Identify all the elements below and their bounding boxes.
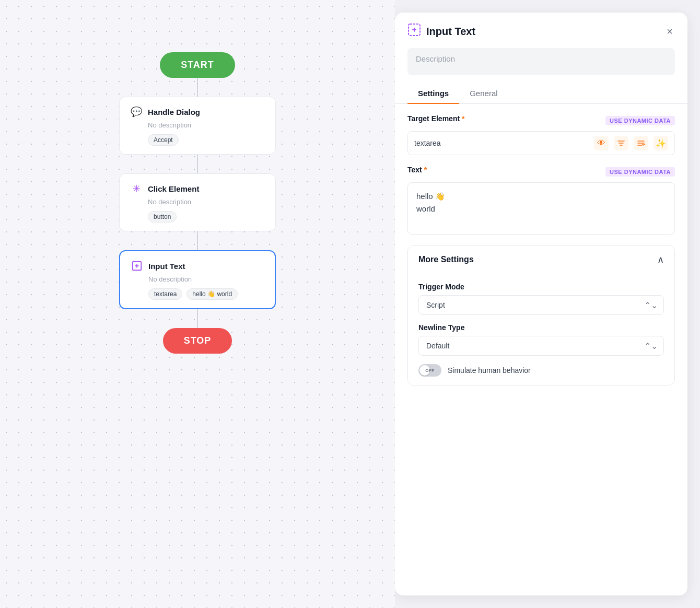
connector-2 bbox=[197, 155, 198, 173]
description-placeholder: Description bbox=[416, 54, 455, 63]
stop-node: STOP bbox=[163, 328, 232, 354]
close-button[interactable]: × bbox=[664, 24, 675, 40]
text-dynamic-link[interactable]: USE DYNAMIC DATA bbox=[605, 167, 675, 177]
simulate-human-row: OFF Simulate human behavior bbox=[418, 364, 664, 377]
input-text-icon bbox=[131, 260, 143, 272]
text-required-star: * bbox=[424, 166, 427, 174]
text-line-2: world bbox=[416, 203, 666, 215]
tag-accept: Accept bbox=[148, 134, 179, 146]
more-settings-body: Trigger Mode Script Click Focus ⌃⌄ Newli… bbox=[408, 274, 674, 385]
click-element-title: Click Element bbox=[148, 184, 199, 193]
magic-icon[interactable]: ✨ bbox=[654, 136, 668, 150]
click-element-desc: No description bbox=[130, 198, 265, 206]
panel-header: Input Text × bbox=[395, 13, 687, 40]
toggle-off-label: OFF bbox=[425, 368, 435, 373]
handle-dialog-card[interactable]: 💬 Handle Dialog No description Accept bbox=[119, 97, 276, 155]
panel-content: Target Element * USE DYNAMIC DATA textar… bbox=[395, 104, 687, 595]
newline-type-label: Newline Type bbox=[418, 323, 664, 332]
panel-title-row: Input Text bbox=[407, 23, 475, 40]
text-label: Text * bbox=[407, 166, 427, 174]
tag-textarea: textarea bbox=[148, 288, 182, 300]
description-area[interactable]: Description bbox=[407, 48, 675, 75]
target-input-value: textarea bbox=[414, 139, 594, 147]
tag-hello-world: hello 👋 world bbox=[186, 288, 238, 300]
input-text-card[interactable]: Input Text No description textarea hello… bbox=[119, 250, 276, 309]
connector-3 bbox=[197, 231, 198, 250]
click-icon: ✳ bbox=[130, 182, 143, 195]
list-icon[interactable] bbox=[634, 136, 648, 150]
chevron-up-icon: ∧ bbox=[657, 254, 664, 265]
trigger-mode-select[interactable]: Script Click Focus bbox=[418, 295, 664, 315]
click-element-node: ✳ Click Element No description button bbox=[119, 173, 276, 231]
click-element-card[interactable]: ✳ Click Element No description button bbox=[119, 173, 276, 231]
target-element-label: Target Element * bbox=[407, 114, 465, 123]
tabs: Settings General bbox=[395, 84, 687, 104]
card-header: Input Text bbox=[131, 260, 264, 272]
newline-type-wrapper: Default Enter Shift+Enter ⌃⌄ bbox=[418, 336, 664, 356]
handle-dialog-title: Handle Dialog bbox=[148, 108, 200, 116]
newline-type-select[interactable]: Default Enter Shift+Enter bbox=[418, 336, 664, 356]
tag-button: button bbox=[148, 211, 177, 223]
handle-dialog-node: 💬 Handle Dialog No description Accept bbox=[119, 97, 276, 155]
handle-dialog-desc: No description bbox=[130, 121, 265, 129]
trigger-mode-wrapper: Script Click Focus ⌃⌄ bbox=[418, 295, 664, 315]
input-text-desc: No description bbox=[131, 275, 264, 283]
target-required-star: * bbox=[462, 114, 464, 123]
more-settings-title: More Settings bbox=[418, 255, 474, 264]
connector-4 bbox=[197, 309, 198, 328]
card-header: 💬 Handle Dialog bbox=[130, 106, 265, 118]
click-element-tags: button bbox=[130, 211, 265, 223]
input-text-node: Input Text No description textarea hello… bbox=[119, 250, 276, 309]
input-text-title: Input Text bbox=[148, 262, 185, 271]
handle-dialog-tags: Accept bbox=[130, 134, 265, 146]
trigger-mode-label: Trigger Mode bbox=[418, 283, 664, 291]
panel-title-icon bbox=[407, 23, 421, 40]
filter-icon[interactable] bbox=[614, 136, 628, 150]
more-settings-header[interactable]: More Settings ∧ bbox=[408, 245, 674, 274]
tab-settings[interactable]: Settings bbox=[407, 84, 459, 104]
connector-1 bbox=[197, 78, 198, 97]
text-label-row: Text * USE DYNAMIC DATA bbox=[407, 166, 675, 178]
tab-general[interactable]: General bbox=[459, 84, 508, 104]
text-area-field[interactable]: hello 👋 world bbox=[407, 182, 675, 235]
flow-canvas: START 💬 Handle Dialog No description Acc… bbox=[0, 0, 395, 608]
right-panel: Input Text × Description Settings Genera… bbox=[395, 13, 687, 595]
target-element-label-row: Target Element * USE DYNAMIC DATA bbox=[407, 114, 675, 127]
target-input-field[interactable]: textarea 👁 ✨ bbox=[407, 131, 675, 155]
simulate-human-label: Simulate human behavior bbox=[448, 366, 531, 375]
more-settings: More Settings ∧ Trigger Mode Script Clic… bbox=[407, 245, 675, 385]
target-icons: 👁 ✨ bbox=[594, 136, 668, 150]
input-text-tags: textarea hello 👋 world bbox=[131, 288, 264, 300]
card-header: ✳ Click Element bbox=[130, 182, 265, 195]
text-line-1: hello 👋 bbox=[416, 190, 666, 203]
start-button[interactable]: START bbox=[160, 52, 235, 78]
target-dynamic-link[interactable]: USE DYNAMIC DATA bbox=[605, 116, 675, 125]
simulate-human-toggle[interactable]: OFF bbox=[418, 364, 441, 377]
chat-icon: 💬 bbox=[130, 106, 143, 118]
panel-title: Input Text bbox=[426, 26, 475, 38]
stop-button[interactable]: STOP bbox=[163, 328, 232, 354]
start-node: START bbox=[160, 52, 235, 78]
eye-icon[interactable]: 👁 bbox=[594, 136, 609, 150]
